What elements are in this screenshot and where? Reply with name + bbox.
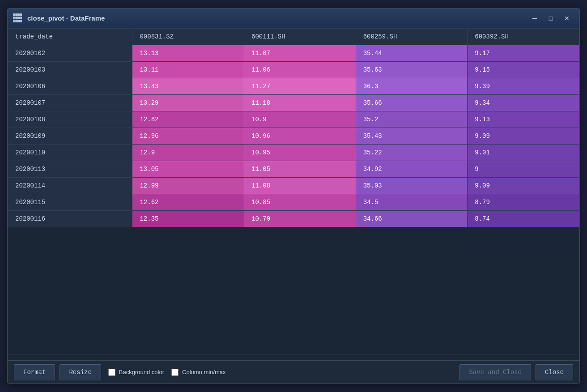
cell-sz000831: 13.43 — [132, 78, 244, 95]
col-minmax-group: Column min/max — [171, 369, 226, 376]
cell-trade-date: 20200106 — [8, 78, 132, 95]
bg-color-checkbox[interactable] — [108, 369, 115, 376]
cell-sh600111: 11.08 — [244, 178, 356, 194]
bg-color-group: Background color — [108, 369, 164, 376]
cell-sh600259: 35.63 — [356, 62, 468, 78]
minimize-button[interactable]: ─ — [527, 12, 542, 25]
window-close-button[interactable]: ✕ — [560, 12, 574, 25]
table-row: 2020010613.4311.2736.39.39 — [8, 78, 579, 95]
main-window: close_pivot - DataFrame ─ □ ✕ trade_date… — [7, 8, 580, 384]
grid-icon — [13, 13, 23, 23]
cell-sh600259: 35.44 — [356, 45, 468, 62]
cell-trade-date: 20200102 — [8, 45, 132, 62]
cell-trade-date: 20200115 — [8, 194, 132, 211]
cell-sz000831: 12.9 — [132, 145, 244, 161]
table-row: 2020010912.9610.9635.439.09 — [8, 128, 579, 145]
cell-sz000831: 13.13 — [132, 45, 244, 62]
cell-trade-date: 20200110 — [8, 145, 132, 161]
cell-sh600111: 11.07 — [244, 45, 356, 62]
resize-button[interactable]: Resize — [60, 364, 101, 380]
cell-sh600392: 9.34 — [468, 95, 579, 111]
cell-sh600392: 9.17 — [468, 45, 579, 62]
table-row: 2020010812.8210.935.29.13 — [8, 111, 579, 128]
cell-sh600111: 11.05 — [244, 161, 356, 178]
cell-sh600111: 10.79 — [244, 211, 356, 227]
cell-trade-date: 20200113 — [8, 161, 132, 178]
table-row: 2020010313.1111.0635.639.15 — [8, 62, 579, 78]
table-row: 2020010713.2911.1835.669.34 — [8, 95, 579, 111]
cell-sh600111: 11.27 — [244, 78, 356, 95]
col-minmax-checkbox[interactable] — [171, 369, 179, 376]
cell-sh600259: 34.92 — [356, 161, 468, 178]
format-button[interactable]: Format — [14, 364, 55, 380]
cell-sh600259: 34.66 — [356, 211, 468, 227]
cell-trade-date: 20200109 — [8, 128, 132, 145]
cell-sz000831: 13.05 — [132, 161, 244, 178]
cell-sh600111: 10.96 — [244, 128, 356, 145]
cell-sh600392: 8.79 — [468, 194, 579, 211]
cell-sz000831: 12.96 — [132, 128, 244, 145]
cell-sz000831: 13.11 — [132, 62, 244, 78]
cell-sh600392: 8.74 — [468, 211, 579, 227]
col-header-sh600259: 600259.SH — [356, 29, 468, 45]
cell-sh600392: 9.39 — [468, 78, 579, 95]
window-controls: ─ □ ✕ — [527, 12, 574, 25]
cell-trade-date: 20200108 — [8, 111, 132, 128]
cell-sz000831: 12.99 — [132, 178, 244, 194]
cell-sh600392: 9.15 — [468, 62, 579, 78]
col-header-sh600392: 600392.SH — [468, 29, 579, 45]
cell-sh600259: 34.5 — [356, 194, 468, 211]
table-header-row: trade_date 000831.SZ 600111.SH 600259.SH… — [8, 29, 579, 45]
horizontal-scrollbar[interactable] — [8, 354, 579, 360]
cell-sh600111: 11.18 — [244, 95, 356, 111]
table-container[interactable]: trade_date 000831.SZ 600111.SH 600259.SH… — [8, 28, 579, 354]
col-minmax-label: Column min/max — [182, 369, 226, 375]
cell-sz000831: 13.29 — [132, 95, 244, 111]
cell-sh600111: 10.85 — [244, 194, 356, 211]
cell-sh600111: 10.9 — [244, 111, 356, 128]
table-row: 2020010213.1311.0735.449.17 — [8, 45, 579, 62]
cell-trade-date: 20200107 — [8, 95, 132, 111]
cell-trade-date: 20200116 — [8, 211, 132, 227]
cell-sh600392: 9.01 — [468, 145, 579, 161]
cell-sh600392: 9 — [468, 161, 579, 178]
cell-trade-date: 20200103 — [8, 62, 132, 78]
col-header-sh600111: 600111.SH — [244, 29, 356, 45]
table-row: 2020011512.6210.8534.58.79 — [8, 194, 579, 211]
col-header-trade-date: trade_date — [8, 29, 132, 45]
cell-trade-date: 20200114 — [8, 178, 132, 194]
bottom-bar: Format Resize Background color Column mi… — [8, 360, 579, 383]
table-row: 2020011412.9911.0835.039.09 — [8, 178, 579, 194]
title-bar: close_pivot - DataFrame ─ □ ✕ — [8, 9, 579, 28]
cell-sz000831: 12.62 — [132, 194, 244, 211]
cell-sh600392: 9.09 — [468, 128, 579, 145]
cell-sh600259: 35.22 — [356, 145, 468, 161]
close-button[interactable]: Close — [536, 364, 573, 380]
cell-sh600111: 10.95 — [244, 145, 356, 161]
table-row: 2020011012.910.9535.229.01 — [8, 145, 579, 161]
cell-sh600392: 9.13 — [468, 111, 579, 128]
data-table: trade_date 000831.SZ 600111.SH 600259.SH… — [8, 28, 579, 227]
cell-sh600259: 35.2 — [356, 111, 468, 128]
cell-sh600259: 35.66 — [356, 95, 468, 111]
cell-sh600392: 9.09 — [468, 178, 579, 194]
col-header-sz000831: 000831.SZ — [132, 29, 244, 45]
window-title: close_pivot - DataFrame — [27, 14, 527, 22]
bg-color-label: Background color — [119, 369, 164, 375]
table-row: 2020011612.3510.7934.668.74 — [8, 211, 579, 227]
save-close-button[interactable]: Save and Close — [459, 364, 531, 380]
cell-sh600259: 36.3 — [356, 78, 468, 95]
cell-sz000831: 12.82 — [132, 111, 244, 128]
cell-sh600111: 11.06 — [244, 62, 356, 78]
cell-sh600259: 35.43 — [356, 128, 468, 145]
cell-sz000831: 12.35 — [132, 211, 244, 227]
maximize-button[interactable]: □ — [544, 12, 558, 25]
table-row: 2020011313.0511.0534.929 — [8, 161, 579, 178]
cell-sh600259: 35.03 — [356, 178, 468, 194]
